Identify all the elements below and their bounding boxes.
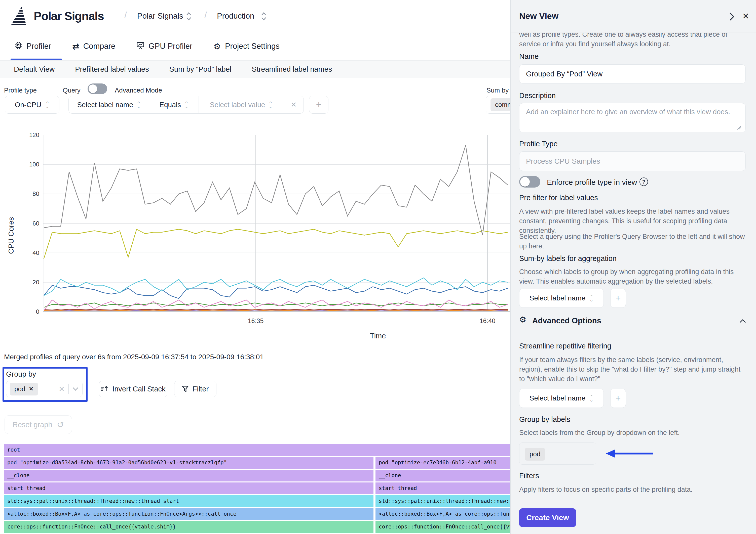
streamline-heading: Streamline repetitive filtering — [519, 342, 611, 350]
y-tick-label: 40 — [22, 249, 39, 256]
prefilter-paragraph-1: A view with pre-filtered label values ke… — [519, 207, 746, 235]
remove-chip-icon[interactable]: ✕ — [29, 386, 33, 392]
merged-profiles-text: Merged profiles of query over 6s from 20… — [4, 353, 264, 361]
add-matcher-button[interactable]: + — [309, 96, 328, 114]
logo-text[interactable]: Polar Signals — [34, 9, 104, 23]
subtab-default-view[interactable]: Default View — [14, 65, 55, 73]
gear-icon: ⚙ — [213, 41, 221, 51]
view-name-value: Grouped By “Pod” View — [526, 70, 603, 78]
advanced-mode-label: Advanced Mode — [115, 87, 162, 94]
subtab-sum-by-pod-label[interactable]: Sum by “Pod” label — [169, 65, 231, 73]
divider — [511, 32, 756, 33]
sumby-select-placeholder: Select label name — [529, 294, 586, 302]
y-tick-label: 120 — [22, 132, 39, 139]
add-sumby-label-button[interactable]: + — [610, 289, 626, 308]
x-tick-label: 16:40 — [472, 317, 502, 324]
cpu-usage-chart[interactable] — [43, 135, 510, 312]
advanced-options-label[interactable]: Advanced Options — [532, 316, 601, 325]
divider — [4, 408, 510, 408]
chevron-down-icon[interactable] — [72, 387, 79, 391]
sum-by-label: Sum by — [486, 87, 509, 94]
enforce-profile-type-toggle[interactable] — [519, 176, 540, 188]
groupby-chip-pod[interactable]: pod ✕ — [10, 383, 38, 395]
series-pod-yellow — [44, 229, 508, 259]
description-placeholder: Add an explainer here to give an overvie… — [526, 108, 730, 116]
chevron-up-icon[interactable] — [739, 319, 746, 323]
profile-type-input[interactable]: Process CPU Samples — [519, 151, 746, 171]
flame-frame[interactable]: core::ops::function::FnOnce::call_once{{… — [4, 521, 373, 533]
tab-compare[interactable]: ⇄Compare — [72, 41, 115, 51]
sumby-label-select[interactable]: Select label name ⌃⌃ — [519, 289, 604, 308]
prefilter-heading: Pre-filter for label values — [519, 193, 598, 202]
flame-frame[interactable]: <alloc::boxed::Box<F,A> as core::ops::fu… — [4, 508, 373, 520]
y-tick-label: 0 — [22, 308, 39, 315]
active-tab-underline — [11, 59, 62, 60]
tab-label: Compare — [83, 42, 116, 51]
breadcrumb-org[interactable]: Polar Signals — [137, 12, 183, 21]
profile-type-select[interactable]: On-CPU ⌃⌃ — [5, 96, 59, 114]
x-axis-title: Time — [370, 332, 386, 340]
subtab-streamlined-label-names[interactable]: Streamlined label names — [252, 65, 332, 73]
chevron-updown-icon: ⌃⌃ — [269, 102, 273, 108]
y-tick-label: 100 — [22, 161, 39, 168]
project-switcher-chevrons-icon[interactable] — [261, 12, 267, 22]
polar-signals-app: Polar Signals / Polar Signals / Producti… — [0, 0, 756, 534]
breadcrumb-separator: / — [124, 10, 127, 21]
divider — [68, 384, 69, 394]
series-pod-green — [44, 303, 508, 308]
description-label: Description — [519, 91, 556, 100]
operator-select[interactable]: Equals ⌃⌃ — [149, 96, 199, 114]
flame-frame[interactable]: std::sys::pal::unix::thread::Thread::new… — [4, 495, 373, 507]
collapse-panel-icon[interactable] — [729, 12, 735, 22]
breadcrumb-project[interactable]: Production — [217, 12, 254, 21]
invert-call-stack-button[interactable]: Invert Call Stack — [99, 381, 167, 397]
panel-pod-chip[interactable]: pod — [525, 448, 545, 461]
chevron-updown-icon: ⌃⌃ — [137, 102, 141, 108]
series-pod-gray — [44, 145, 508, 235]
compare-arrows-icon: ⇄ — [72, 41, 79, 51]
view-name-input[interactable]: Grouped By “Pod” View — [519, 64, 746, 84]
tab-profiler[interactable]: Profiler — [14, 41, 51, 51]
query-label: Query — [63, 87, 81, 94]
cpu-icon — [14, 41, 22, 51]
flame-frame[interactable]: start_thread — [4, 482, 373, 494]
invert-stack-icon — [101, 385, 108, 393]
query-builder: Select label name ⌃⌃ Equals ⌃⌃ Select la… — [68, 96, 304, 114]
profile-type-value: On-CPU — [15, 101, 41, 109]
funnel-icon — [182, 385, 188, 393]
profile-type-label: Profile type — [4, 87, 37, 94]
add-streamline-label-button[interactable]: + — [610, 389, 626, 408]
tab-gpu-profiler[interactable]: GPU Profiler — [136, 41, 192, 51]
flame-frame[interactable]: __clone — [4, 470, 373, 481]
flame-frame[interactable]: root — [4, 444, 510, 456]
tab-project-settings[interactable]: ⚙Project Settings — [213, 41, 280, 51]
advanced-mode-toggle[interactable] — [88, 84, 107, 94]
reset-graph-button[interactable]: Reset graph ↺ — [5, 415, 72, 434]
flame-frame[interactable]: pod="optimize-d8a534ad-8cbb-4673-91a2-0a… — [4, 457, 373, 469]
label-name-select[interactable]: Select label name ⌃⌃ — [69, 96, 149, 114]
resize-handle-icon[interactable] — [736, 125, 742, 130]
clear-groupby-icon[interactable]: ✕ — [59, 385, 65, 394]
name-label: Name — [519, 52, 539, 61]
reset-icon: ↺ — [57, 420, 64, 430]
groupby-chip-label: pod — [14, 385, 25, 393]
label-value-select[interactable]: Select label value ⌃⌃ — [199, 96, 284, 114]
filter-button[interactable]: Filter — [174, 381, 216, 397]
filters-heading: Filters — [519, 471, 539, 480]
reset-graph-label: Reset graph — [13, 420, 52, 429]
streamline-paragraph: If your team always filters by the same … — [519, 355, 743, 384]
y-axis-title: CPU Cores — [7, 217, 15, 254]
help-icon[interactable]: ? — [639, 177, 648, 186]
description-textarea[interactable]: Add an explainer here to give an overvie… — [519, 103, 746, 132]
chevron-updown-icon: ⌃⌃ — [45, 102, 49, 108]
sumby-heading: Sum-by labels for aggregation — [519, 254, 617, 263]
remove-matcher-button[interactable]: ✕ — [284, 96, 304, 114]
create-view-button[interactable]: Create View — [519, 508, 576, 527]
subtab-prefiltered-label-values[interactable]: Prefiltered label values — [75, 65, 149, 73]
groupby-select[interactable]: pod ✕ ✕ — [6, 381, 83, 397]
panel-intro-clip: well as profile types. Create one to alw… — [519, 33, 743, 53]
org-switcher-chevrons-icon[interactable] — [186, 12, 192, 22]
streamline-label-select[interactable]: Select label name ⌃⌃ — [519, 389, 604, 408]
close-panel-icon[interactable]: ✕ — [742, 11, 749, 21]
enforce-toggle-label: Enforce profile type in view — [547, 178, 637, 187]
